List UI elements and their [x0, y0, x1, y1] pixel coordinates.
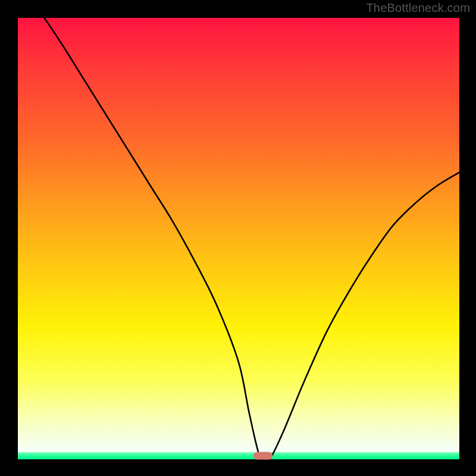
- bottleneck-curve: [45, 18, 460, 459]
- baseline-strip: [18, 452, 459, 459]
- curve-svg: [18, 18, 459, 459]
- watermark-label: TheBottleneck.com: [366, 1, 470, 15]
- chart-container: TheBottleneck.com: [0, 0, 476, 476]
- plot-area: [18, 18, 459, 459]
